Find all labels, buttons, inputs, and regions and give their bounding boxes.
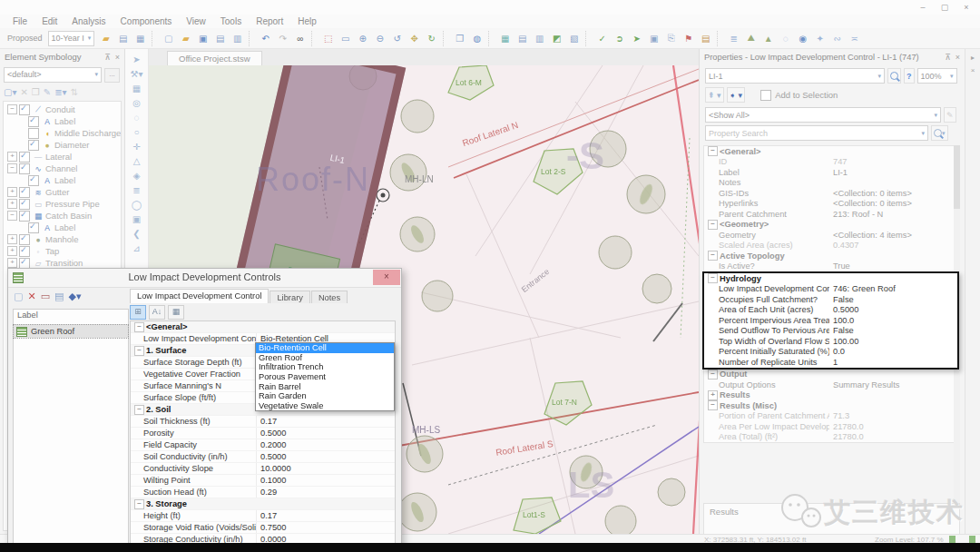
dropdown-option-rain-garden[interactable]: Rain Garden — [256, 391, 394, 401]
tab-library[interactable]: Library — [270, 291, 309, 303]
grid-row[interactable]: Wilting Point0.1000 — [131, 475, 395, 487]
tree-item-gutter[interactable]: +≋Gutter — [4, 186, 121, 198]
layers-icon[interactable]: ≣▾ — [54, 87, 66, 97]
zoom-out-icon[interactable]: ⊖ — [372, 31, 387, 46]
visibility-checkbox[interactable] — [19, 258, 30, 269]
catch-basin-tool-icon[interactable]: ▣ — [132, 214, 141, 224]
pin-icon[interactable]: ⊼ — [945, 53, 951, 62]
background-layers-icon[interactable]: ≣ — [726, 31, 741, 46]
sort-icon[interactable]: ⇅ — [71, 87, 78, 97]
expand-icon[interactable]: + — [7, 234, 17, 244]
document-tab[interactable]: Office Project.stsw — [167, 51, 262, 66]
lateral-tool-icon[interactable]: ◌ — [134, 113, 140, 123]
visibility-checkbox[interactable] — [28, 128, 39, 139]
contours-icon[interactable]: ▧ — [566, 31, 582, 46]
alphabetic-view-icon[interactable]: A↓ — [149, 305, 165, 320]
property-row[interactable]: LabelLI-1 — [704, 167, 957, 178]
visibility-checkbox[interactable] — [19, 152, 30, 163]
new-file-icon[interactable]: ▢ — [161, 31, 176, 46]
dialog-close-button[interactable]: × — [373, 270, 400, 285]
property-row[interactable]: Hyperlinks<Collection: 0 items> — [704, 199, 957, 210]
collapse-icon[interactable]: − — [708, 273, 718, 283]
help-more-icon[interactable]: ≍ — [847, 31, 862, 46]
collapse-icon[interactable]: − — [134, 405, 144, 415]
web-icon[interactable]: ◉ — [795, 31, 810, 46]
menu-analysis[interactable]: Analysis — [64, 16, 113, 26]
find-icon[interactable]: ∞ — [292, 31, 308, 46]
tab-notes[interactable]: Notes — [311, 291, 348, 303]
report-lid-icon[interactable]: ▤ — [54, 291, 64, 302]
grid-row[interactable]: Height (ft)0.17 — [131, 510, 395, 522]
open-project-icon[interactable]: ▰ — [98, 31, 113, 46]
collapse-icon[interactable]: − — [708, 220, 718, 230]
tree-item-lateral[interactable]: +—Lateral — [4, 151, 121, 163]
rename-lid-icon[interactable]: ▭ — [41, 291, 50, 302]
visibility-checkbox[interactable] — [19, 211, 30, 222]
visibility-checkbox[interactable] — [28, 175, 39, 186]
arcgis-icon[interactable]: ∾ — [829, 31, 845, 46]
graphs-icon[interactable]: ▥ — [532, 31, 547, 46]
open-file-icon[interactable]: ▰ — [178, 31, 193, 46]
tab-low-impact-development-control[interactable]: Low Impact Development Control — [130, 289, 269, 303]
duplicate-icon[interactable]: ❐ — [32, 87, 40, 97]
property-row[interactable]: Scaled Area (acres)0.4307 — [704, 241, 957, 251]
visibility-checkbox[interactable] — [19, 163, 30, 174]
grid-section-general[interactable]: −<General> — [131, 321, 395, 333]
zoom-window-icon[interactable]: ⬚ — [320, 31, 336, 46]
tree-item-tap[interactable]: +◦Tap — [4, 245, 121, 257]
categorized-view-icon[interactable]: ⊞ — [130, 305, 146, 320]
grid-section-3-storage[interactable]: −3. Storage — [131, 498, 395, 510]
property-row[interactable]: GIS-IDs<Collection: 0 items> — [704, 188, 957, 199]
collapse-icon[interactable]: − — [708, 146, 718, 156]
dropdown-option-vegetative-swale[interactable]: Vegetative Swale — [256, 401, 394, 411]
property-filter-select[interactable]: <Show All>▾ — [705, 107, 941, 123]
expand-icon[interactable]: + — [7, 187, 17, 197]
import-icon[interactable]: ▤ — [115, 31, 131, 46]
scenario-select[interactable]: 10-Year I▾ — [48, 31, 95, 46]
manhole-tool-icon[interactable]: ◯ — [132, 200, 142, 210]
calculation-options-icon[interactable]: ⚑ — [681, 31, 696, 46]
section-header-output[interactable]: −Output — [704, 370, 957, 380]
pan-icon[interactable]: ✥ — [407, 31, 422, 46]
property-row[interactable]: Geometry<Collection: 4 items> — [704, 230, 957, 241]
tree-item-conduit-middle-discharge[interactable]: ◖Middle Discharge — [4, 127, 121, 139]
collapse-icon[interactable]: − — [708, 370, 718, 380]
collapse-icon[interactable]: − — [134, 322, 144, 332]
lid-list-item-green-roof[interactable]: Green Roof — [14, 325, 128, 338]
property-row[interactable]: Notes — [704, 178, 957, 189]
collapse-icon[interactable]: − — [7, 163, 17, 173]
aerial-view-icon[interactable]: ◍ — [469, 31, 485, 46]
save-icon[interactable]: ▣ — [195, 31, 211, 46]
edit-icon[interactable]: ✎ — [44, 87, 51, 97]
tree-item-catch-basin[interactable]: −▦Catch Basin — [4, 210, 121, 222]
visibility-checkbox[interactable] — [19, 234, 30, 245]
compute-center-icon[interactable]: ➤ — [629, 31, 644, 46]
delete-lid-icon[interactable]: ✕ — [27, 291, 35, 302]
scenarios-icon[interactable]: ▣ — [646, 31, 662, 46]
menu-help[interactable]: Help — [290, 16, 324, 26]
property-row[interactable]: Occupies Full Catchment?False — [704, 294, 957, 305]
minimize-button[interactable]: – — [913, 1, 933, 14]
section-header-active-topology[interactable]: −Active Topology — [704, 251, 957, 261]
property-row[interactable]: Area (Total) (ft²)21780.0 — [704, 432, 957, 443]
tools-more-icon[interactable]: ✦ — [812, 31, 828, 46]
expand-icon[interactable]: + — [708, 390, 718, 400]
collapse-icon[interactable]: − — [708, 400, 718, 410]
tree-item-manhole[interactable]: +●Manhole — [4, 233, 121, 245]
layout-tools-icon[interactable]: ⚒▾ — [131, 69, 143, 79]
zoom-in-icon[interactable]: ⊕ — [355, 31, 370, 46]
zoom-extents-icon[interactable]: ▭ — [338, 31, 353, 46]
new-window-icon[interactable]: ❐ — [452, 31, 467, 46]
grid-row[interactable]: Storage Void Ratio (Voids/Solids)0.7500 — [131, 522, 395, 534]
property-row[interactable]: Parent Catchment213: Roof - N — [704, 209, 957, 220]
visibility-checkbox[interactable] — [28, 140, 39, 151]
select-from-drawing-icon[interactable] — [887, 68, 901, 84]
grid-row[interactable]: Soil Conductivity (in/h)0.5000 — [131, 451, 395, 463]
dropdown-option-infiltration-trench[interactable]: Infiltration Trench — [256, 362, 394, 372]
visibility-checkbox[interactable] — [19, 104, 30, 115]
edit-filter-icon[interactable]: ✎ — [944, 107, 956, 123]
grid-row[interactable]: Porosity0.5000 — [131, 428, 395, 439]
channel-tool-icon[interactable]: ○ — [133, 127, 139, 137]
dropdown-option-porous-pavement[interactable]: Porous Pavement — [256, 372, 394, 382]
pump-tool-icon[interactable]: ◈ — [133, 171, 141, 181]
